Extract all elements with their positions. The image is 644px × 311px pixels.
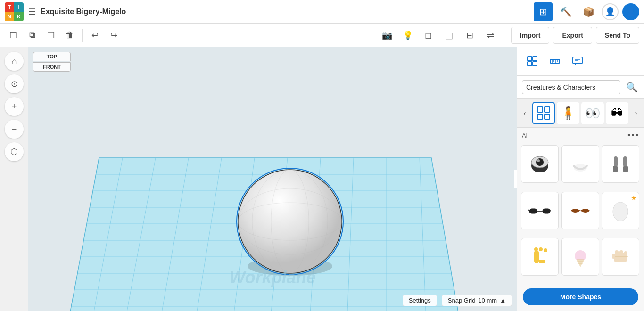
panel-toggle-chevron[interactable]: › [514,170,517,188]
copy-button[interactable]: ⧉ [24,27,41,44]
export-button[interactable]: Export [553,27,592,44]
grid-view-button[interactable]: ⊞ [534,2,553,21]
snap-grid-arrow[interactable]: ▲ [500,297,506,304]
svg-point-67 [544,248,547,252]
category-bar: Creatures & Characters 🔍 [517,76,644,99]
svg-point-52 [574,164,587,172]
panel-view-icons [517,47,644,76]
align-button[interactable]: ⊟ [462,27,479,44]
project-title: Exquisite Bigery-Migelo [41,8,529,16]
shape-foot[interactable] [521,238,559,276]
svg-point-50 [536,158,544,166]
box-button[interactable]: 📦 [579,2,598,21]
topbar-right-actions: ⊞ 🔨 📦 👤 👤 [534,2,639,21]
shapes-grid: ★ [517,143,644,285]
shape-egg[interactable]: ★ [602,192,639,229]
svg-line-60 [528,210,529,211]
right-panel: Creatures & Characters 🔍 ‹ 🧍 👀 🕶 › All • [517,47,644,311]
settings-button[interactable]: Settings [403,295,437,306]
svg-rect-76 [612,254,615,259]
project-list-icon[interactable]: ☰ [28,7,36,17]
svg-rect-57 [529,209,537,213]
filter-label: All [522,132,528,139]
filter-more-button[interactable]: ••• [627,131,639,140]
redo-button[interactable]: ↪ [105,27,122,44]
shape-mustache[interactable] [561,192,599,229]
logo-i: I [14,2,24,12]
edit-toolbar: ☐ ⧉ ❐ 🗑 ↩ ↪ 📷 💡 ◻ ◫ ⊟ ⇌ Import Export Se… [0,24,644,47]
svg-rect-64 [539,260,545,263]
group-button[interactable]: ◫ [441,27,458,44]
light-button[interactable]: 💡 [399,27,416,44]
view-cube-top[interactable]: TOP [33,52,71,61]
view-cube[interactable]: TOP FRONT [33,52,71,94]
svg-rect-34 [528,62,532,66]
svg-rect-75 [624,251,627,257]
svg-point-26 [238,170,342,273]
home-button[interactable]: ⌂ [5,52,24,71]
undo-button[interactable]: ↩ [86,27,103,44]
shape-glasses[interactable] [521,192,559,229]
shape-fist[interactable] [602,238,639,276]
new-button[interactable]: ☐ [5,27,22,44]
tabs-next-button[interactable]: › [630,107,642,119]
snap-grid-value: 10 mm [478,297,497,304]
shape-smile[interactable] [561,145,599,183]
tabs-prev-button[interactable]: ‹ [519,107,530,119]
duplicate-button[interactable]: ❐ [42,27,59,44]
tab-shapes[interactable] [532,102,555,124]
star-badge: ★ [631,194,637,202]
shape-button[interactable]: ◻ [420,27,437,44]
logo-n: N [5,12,14,21]
svg-point-62 [613,202,628,221]
snap-grid-label: Snap Grid [448,297,476,304]
perspective-button[interactable]: ⬡ [5,142,24,161]
svg-line-61 [550,210,551,211]
bottom-status-bar: Settings Snap Grid 10 mm ▲ [403,295,512,306]
avatar[interactable]: 👤 [622,3,639,20]
mirror-button[interactable]: ⇌ [482,27,499,44]
tab-person[interactable]: 🧍 [557,102,579,124]
shape-category-tabs: ‹ 🧍 👀 🕶 › [517,99,644,128]
shape-legs[interactable] [602,145,639,183]
toolbar-separator [82,29,83,42]
svg-rect-35 [533,62,537,66]
svg-rect-36 [550,59,560,63]
svg-rect-45 [545,107,550,112]
toolbar-separator-2 [505,27,505,40]
svg-rect-74 [619,250,623,257]
svg-rect-41 [573,57,582,64]
zoom-out-button[interactable]: − [5,120,24,139]
sendto-button[interactable]: Send To [596,27,639,44]
svg-rect-73 [615,250,619,257]
tinkercad-logo[interactable]: T I N K [5,2,24,21]
add-user-button[interactable]: 👤 [602,3,619,20]
svg-point-66 [539,247,543,251]
view-cube-front[interactable]: FRONT [33,62,71,72]
fit-view-button[interactable]: ⊙ [5,74,24,93]
more-shapes-button[interactable]: More Shapes [523,288,638,305]
category-dropdown[interactable]: Creatures & Characters [522,80,620,94]
svg-rect-54 [623,156,627,167]
delete-button[interactable]: 🗑 [61,27,78,44]
toolbar2-right: 📷 💡 ◻ ◫ ⊟ ⇌ Import Export Send To [379,27,639,44]
workplane-svg [28,47,517,311]
shape-icecream[interactable] [561,238,599,276]
shape-eye-ball[interactable] [521,145,559,183]
shapes-filter-bar: All ••• [517,128,644,143]
logo-k: K [14,12,24,21]
tab-eyes[interactable]: 👀 [581,102,604,124]
snap-grid-control: Snap Grid 10 mm ▲ [442,295,512,306]
hammer-button[interactable]: 🔨 [556,2,575,21]
svg-rect-44 [537,107,543,112]
search-button[interactable]: 🔍 [624,80,639,95]
panel-grid-button[interactable] [522,51,543,72]
svg-point-51 [537,159,540,162]
camera-button[interactable]: 📷 [379,27,396,44]
3d-viewport[interactable]: TOP FRONT Workplane › Settings Snap Grid… [28,47,517,311]
panel-comment-button[interactable] [567,51,588,72]
zoom-in-button[interactable]: + [5,97,24,116]
import-button[interactable]: Import [511,27,550,44]
panel-ruler-button[interactable] [545,51,565,72]
tab-glasses[interactable]: 🕶 [606,102,628,124]
